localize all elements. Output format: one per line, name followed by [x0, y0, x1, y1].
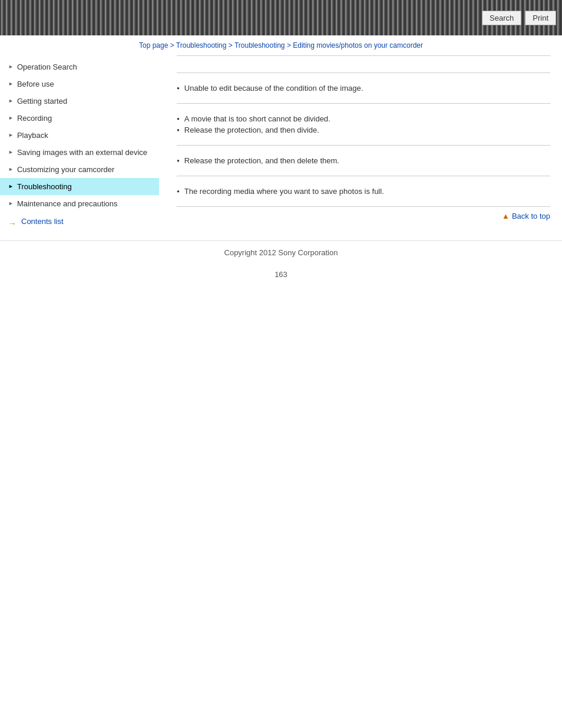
sidebar-item-label: Operation Search: [17, 62, 77, 71]
print-button[interactable]: Print: [525, 11, 556, 25]
search-button[interactable]: Search: [482, 11, 521, 25]
bullet-text: A movie that is too short cannot be divi…: [184, 114, 330, 123]
arrow-icon: ►: [8, 64, 14, 70]
breadcrumb: Top page > Troubleshooting > Troubleshoo…: [0, 35, 562, 55]
contents-list-link[interactable]: Contents list: [0, 212, 159, 230]
sidebar-item-before-use[interactable]: ► Before use: [0, 75, 159, 93]
section-1: [177, 55, 550, 73]
sidebar-item-maintenance[interactable]: ► Maintenance and precautions: [0, 195, 159, 212]
arrow-icon: ►: [8, 98, 14, 104]
bullet-text: Release the protection, and then divide.: [184, 126, 319, 134]
sidebar-item-customizing[interactable]: ► Customizing your camcorder: [0, 161, 159, 178]
section-4: Release the protection, and then delete …: [177, 146, 550, 176]
page-number-text: 163: [275, 270, 287, 279]
page-number: 163: [0, 264, 562, 285]
back-to-top-icon: ▲: [502, 212, 510, 220]
arrow-icon: ►: [8, 81, 14, 87]
contents-list-arrow-icon: [8, 219, 19, 225]
breadcrumb-troubleshooting2[interactable]: Troubleshooting: [234, 41, 285, 50]
sidebar-item-label: Saving images with an external device: [17, 148, 147, 157]
section-3: A movie that is too short cannot be divi…: [177, 104, 550, 146]
back-to-top-label: Back to top: [512, 212, 550, 220]
section-5: The recording media where you want to sa…: [177, 176, 550, 207]
back-to-top: ▲Back to top: [177, 207, 550, 223]
main-layout: ► Operation Search ► Before use ► Gettin…: [0, 55, 562, 235]
section-2: Unable to edit because of the condition …: [177, 73, 550, 104]
bullet-text: The recording media where you want to sa…: [184, 187, 384, 196]
breadcrumb-sep2: >: [226, 41, 234, 50]
breadcrumb-current: Editing movies/photos on your camcorder: [293, 41, 423, 50]
sidebar-item-troubleshooting[interactable]: ► Troubleshooting: [0, 178, 159, 195]
bullet-item: The recording media where you want to sa…: [177, 187, 550, 196]
sidebar-item-getting-started[interactable]: ► Getting started: [0, 93, 159, 110]
page-header: Search Print: [0, 0, 562, 35]
contents-list-label: Contents list: [21, 217, 64, 226]
bullet-text: Unable to edit because of the condition …: [184, 84, 363, 93]
bullet-item: Release the protection, and then divide.: [177, 126, 550, 134]
page-footer: Copyright 2012 Sony Corporation: [0, 241, 562, 264]
bullet-item: Unable to edit because of the condition …: [177, 84, 550, 93]
sidebar-item-label: Troubleshooting: [17, 182, 72, 191]
sidebar-item-recording[interactable]: ► Recording: [0, 110, 159, 127]
sidebar: ► Operation Search ► Before use ► Gettin…: [0, 55, 159, 235]
content-area: Unable to edit because of the condition …: [159, 55, 562, 235]
breadcrumb-troubleshooting1[interactable]: Troubleshooting: [176, 41, 227, 50]
sidebar-item-playback[interactable]: ► Playback: [0, 127, 159, 144]
arrow-icon: ►: [8, 149, 14, 155]
arrow-icon: ►: [8, 132, 14, 138]
arrow-icon: ►: [8, 115, 14, 121]
sidebar-item-label: Recording: [17, 114, 52, 123]
sidebar-item-label: Maintenance and precautions: [17, 199, 118, 208]
back-to-top-link[interactable]: ▲Back to top: [502, 212, 550, 220]
bullet-item: A movie that is too short cannot be divi…: [177, 114, 550, 123]
breadcrumb-sep1: >: [168, 41, 176, 50]
arrow-icon: ►: [8, 166, 14, 172]
sidebar-item-operation-search[interactable]: ► Operation Search: [0, 58, 159, 75]
sidebar-item-label: Before use: [17, 80, 54, 88]
sidebar-item-label: Playback: [17, 131, 48, 140]
copyright-text: Copyright 2012 Sony Corporation: [224, 248, 338, 257]
sidebar-item-label: Customizing your camcorder: [17, 165, 114, 174]
bullet-text: Release the protection, and then delete …: [184, 156, 339, 165]
sidebar-item-label: Getting started: [17, 97, 67, 106]
sidebar-item-saving-images[interactable]: ► Saving images with an external device: [0, 144, 159, 161]
bullet-item: Release the protection, and then delete …: [177, 156, 550, 165]
breadcrumb-sep3: >: [285, 41, 293, 50]
arrow-icon: ►: [8, 200, 14, 206]
arrow-icon: ►: [8, 183, 14, 189]
breadcrumb-top-page[interactable]: Top page: [139, 41, 168, 50]
